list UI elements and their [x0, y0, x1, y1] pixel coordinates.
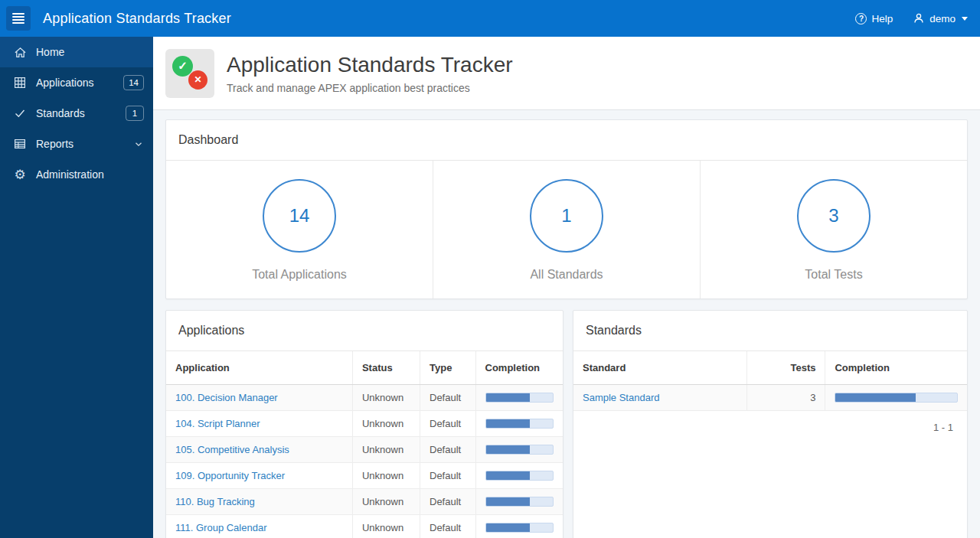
standards-count-badge: 1	[126, 106, 144, 121]
menu-toggle-button[interactable]	[6, 6, 31, 31]
sidebar-item-label: Standards	[36, 107, 85, 119]
help-icon: ?	[855, 13, 867, 24]
progress-bar	[485, 497, 554, 507]
status-cell: Unknown	[352, 489, 420, 515]
application-link[interactable]: 104. Script Planner	[175, 418, 260, 429]
progress-bar	[485, 393, 554, 403]
progress-bar	[485, 523, 554, 533]
status-cell: Unknown	[352, 437, 420, 463]
page-title: Application Standards Tracker	[227, 53, 513, 77]
progress-fill	[835, 393, 916, 402]
applications-count-badge: 14	[123, 75, 144, 90]
sidebar: Home Applications 14 Standards 1 Reports	[0, 37, 153, 538]
status-cell: Unknown	[352, 385, 420, 411]
sidebar-item-reports[interactable]: Reports	[0, 129, 153, 159]
dashboard-panel: Dashboard 14 Total Applications 1	[165, 119, 968, 299]
stat-cell: 1 All Standards	[433, 161, 700, 298]
sidebar-item-applications[interactable]: Applications 14	[0, 67, 153, 98]
stat-label: Total Applications	[252, 268, 347, 282]
sidebar-item-administration[interactable]: ⚙ Administration	[0, 159, 153, 190]
stat-value: 14	[289, 205, 310, 227]
main-area: Application Standards Tracker Track and …	[153, 37, 980, 538]
table-row: 109. Opportunity Tracker Unknown Default	[166, 463, 563, 489]
check-icon	[12, 107, 28, 119]
sidebar-item-home[interactable]: Home	[0, 37, 153, 67]
table-row: Sample Standard 3	[573, 385, 967, 411]
type-cell: Default	[420, 463, 476, 489]
application-link[interactable]: 100. Decision Manager	[175, 392, 278, 403]
standards-table: Standard Tests Completion Sample Standar…	[573, 351, 967, 411]
applications-table: Application Status Type Completion 100. …	[166, 351, 563, 538]
status-cell: Unknown	[352, 411, 420, 437]
help-label: Help	[871, 13, 893, 24]
sidebar-item-label: Home	[36, 46, 64, 58]
column-header-tests: Tests	[746, 351, 825, 385]
user-menu[interactable]: demo	[913, 12, 968, 24]
column-header-status: Status	[352, 351, 420, 385]
chevron-down-icon	[133, 139, 144, 149]
user-icon	[913, 12, 925, 24]
content: Dashboard 14 Total Applications 1	[153, 110, 980, 538]
progress-bar	[485, 419, 554, 429]
progress-bar	[485, 445, 554, 455]
home-icon	[12, 46, 28, 59]
standards-panel-title: Standards	[573, 311, 967, 351]
standard-link[interactable]: Sample Standard	[583, 392, 659, 403]
chevron-down-icon	[962, 17, 968, 21]
status-cell: Unknown	[352, 515, 420, 538]
type-cell: Default	[420, 411, 476, 437]
progress-fill	[486, 419, 531, 428]
application-link[interactable]: 105. Competitive Analysis	[175, 444, 289, 455]
type-cell: Default	[420, 489, 476, 515]
applications-panel: Applications Application Status Type Com…	[165, 310, 564, 538]
stat-circle: 1	[530, 179, 603, 253]
column-header-type: Type	[420, 351, 476, 385]
check-circle-icon	[172, 56, 193, 77]
application-link[interactable]: 109. Opportunity Tracker	[175, 470, 285, 481]
progress-fill	[486, 523, 531, 532]
application-link[interactable]: 110. Bug Tracking	[175, 496, 255, 507]
table-row: 105. Competitive Analysis Unknown Defaul…	[166, 437, 563, 463]
completion-cell	[475, 489, 563, 515]
completion-cell	[475, 385, 563, 411]
stat-cell: 14 Total Applications	[166, 161, 433, 298]
stat-cell: 3 Total Tests	[700, 161, 967, 298]
stat-label: Total Tests	[805, 268, 862, 282]
table-row: 100. Decision Manager Unknown Default	[166, 385, 563, 411]
completion-cell	[475, 411, 563, 437]
x-circle-icon	[188, 70, 207, 90]
sidebar-item-standards[interactable]: Standards 1	[0, 98, 153, 129]
type-cell: Default	[420, 437, 476, 463]
stat-value: 3	[828, 205, 838, 227]
page-subtitle: Track and manage APEX application best p…	[227, 82, 513, 94]
standards-panel: Standards Standard Tests Completion	[573, 310, 968, 538]
stat-value: 1	[561, 205, 571, 227]
status-cell: Unknown	[352, 463, 420, 489]
stat-circle: 3	[797, 179, 871, 253]
page-header: Application Standards Tracker Track and …	[153, 37, 980, 110]
column-header-application: Application	[166, 351, 352, 385]
tests-cell: 3	[746, 385, 825, 411]
column-header-completion: Completion	[475, 351, 563, 385]
type-cell: Default	[420, 385, 476, 411]
stat-label: All Standards	[530, 268, 603, 282]
app-title: Application Standards Tracker	[43, 11, 231, 27]
app-logo-icon	[165, 49, 214, 98]
completion-cell	[475, 515, 563, 538]
dashboard-stats: 14 Total Applications 1 All Standards	[166, 161, 967, 298]
table-row: 111. Group Calendar Unknown Default	[166, 515, 563, 538]
help-link[interactable]: ? Help	[855, 13, 893, 24]
progress-fill	[486, 445, 531, 454]
completion-cell	[825, 385, 967, 411]
pagination-label: 1 - 1	[573, 411, 967, 444]
progress-fill	[486, 497, 531, 506]
username: demo	[929, 13, 956, 24]
completion-cell	[475, 437, 563, 463]
application-link[interactable]: 111. Group Calendar	[175, 522, 266, 533]
dashboard-panel-title: Dashboard	[166, 120, 967, 161]
progress-bar	[485, 471, 554, 481]
progress-fill	[486, 471, 531, 480]
progress-fill	[486, 393, 531, 402]
report-icon	[12, 138, 28, 150]
progress-bar	[835, 393, 958, 403]
